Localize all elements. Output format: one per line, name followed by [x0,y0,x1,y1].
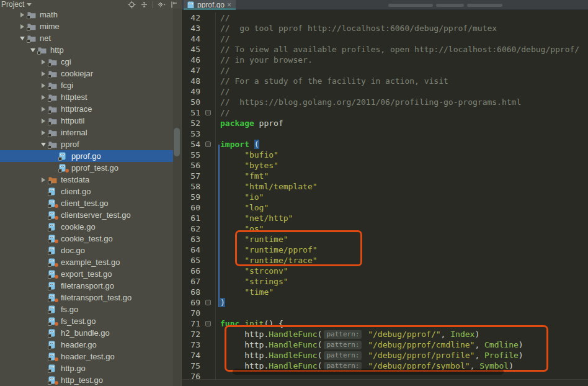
tree-item-testdata[interactable]: testdata [0,174,182,186]
tree-item-cookie-test-go[interactable]: cookie_test.go [0,233,182,245]
tree-item-header-go[interactable]: header.go [0,339,182,351]
code-line-45[interactable]: 45// To view all available profiles, ope… [182,44,588,55]
chevron-collapsed-icon[interactable] [42,119,45,123]
code-line-55[interactable]: 55 "bufio" [182,150,588,160]
code-line-52[interactable]: 52package pprof [182,118,588,128]
code-line-46[interactable]: 46// in your browser. [182,55,588,65]
code-line-63[interactable]: 63 "runtime" [182,234,588,245]
code-line-68[interactable]: 68 "time" [182,287,588,297]
tree-item-http[interactable]: http [0,44,182,56]
code-line-67[interactable]: 67 "strings" [182,276,588,287]
folder-icon [48,138,59,150]
code-line-47[interactable]: 47// [182,65,588,76]
tree-item-cookiejar[interactable]: cookiejar [0,68,182,79]
tree-item-cgi[interactable]: cgi [0,56,182,68]
code-line-48[interactable]: 48// For a study of the facility in acti… [182,76,588,86]
code-line-51[interactable]: 51// [182,107,588,118]
settings-icon[interactable] [158,1,166,9]
tree-item-filetransport-go[interactable]: filetransport.go [0,280,182,292]
line-text: // To view all available profiles, open … [216,44,579,55]
code-line-59[interactable]: 59 "io" [182,192,588,202]
line-number: 57 [190,171,200,181]
chevron-collapsed-icon[interactable] [42,177,45,182]
fold-marker-icon[interactable] [205,300,211,305]
fold-marker-icon[interactable] [205,321,211,326]
code-line-49[interactable]: 49// [182,86,588,97]
code-line-53[interactable]: 53 [182,128,588,139]
tree-item-fs-test-go[interactable]: fs_test.go [0,315,182,327]
code-line-57[interactable]: 57 "fmt" [182,171,588,181]
chevron-collapsed-icon[interactable] [20,24,24,29]
tree-item-httptest[interactable]: httptest [0,91,182,103]
code-editor[interactable]: 42//43// go tool pprof http://localhost:… [182,10,588,382]
code-line-64[interactable]: 64 "runtime/pprof" [182,245,588,255]
tree-item-mime[interactable]: mime [0,20,182,32]
code-line-71[interactable]: 71func init() { [182,318,588,329]
chevron-collapsed-icon[interactable] [42,95,45,100]
code-line-70[interactable]: 70 [182,308,588,318]
code-line-65[interactable]: 65 "runtime/trace" [182,255,588,266]
test-file-badge [55,381,58,385]
tree-item-cookie-go[interactable]: cookie.go [0,221,182,233]
tree-item-fs-go[interactable]: fs.go [0,303,182,315]
tree-item-h2-bundle-go[interactable]: h2_bundle.go [0,327,182,339]
code-line-66[interactable]: 66 "strconv" [182,266,588,276]
tree-item-client-go[interactable]: client.go [0,186,182,197]
tree-item-pprof[interactable]: pprof [0,138,182,150]
chevron-collapsed-icon[interactable] [42,71,45,76]
go-file-icon [48,303,59,315]
code-line-60[interactable]: 60 "log" [182,202,588,213]
chevron-expanded-icon[interactable] [20,37,25,40]
code-line-50[interactable]: 50// https://blog.golang.org/2011/06/pro… [182,97,588,107]
tree-item-httptrace[interactable]: httptrace [0,103,182,115]
code-line-69[interactable]: 69) [182,297,588,308]
project-view-selector[interactable]: Project [1,0,32,9]
tree-item-fcgi[interactable]: fcgi [0,79,182,91]
code-line-72[interactable]: 72 http.HandleFunc(pattern: "/debug/ppro… [182,329,588,339]
tree-scrollbar-thumb[interactable] [174,128,180,156]
hide-panel-icon[interactable] [170,1,178,9]
code-line-44[interactable]: 44// [182,34,588,44]
code-line-58[interactable]: 58 "html/template" [182,181,588,192]
tree-item-filetransport-test-go[interactable]: filetransport_test.go [0,292,182,303]
tab-close-icon[interactable]: × [227,2,231,8]
tree-item-client-test-go[interactable]: client_test.go [0,197,182,209]
tree-item-clientserver-test-go[interactable]: clientserver_test.go [0,209,182,221]
code-line-62[interactable]: 62 "os" [182,223,588,234]
line-text [216,128,220,139]
code-line-42[interactable]: 42// [182,12,588,23]
tree-item-httputil[interactable]: httputil [0,115,182,127]
locate-icon[interactable] [128,1,136,9]
tree-item-header-test-go[interactable]: header_test.go [0,351,182,362]
chevron-collapsed-icon[interactable] [42,60,45,65]
chevron-expanded-icon[interactable] [41,143,46,146]
code-line-56[interactable]: 56 "bytes" [182,160,588,171]
code-line-43[interactable]: 43// go tool pprof http://localhost:6060… [182,23,588,34]
chevron-collapsed-icon[interactable] [42,130,45,135]
tree-item-net[interactable]: net [0,32,182,44]
fold-marker-icon[interactable] [205,141,211,147]
readonly-lock-badge [48,287,51,290]
editor-horizontal-scrollbar[interactable] [233,369,504,375]
tree-item-pprof-test-go[interactable]: pprof_test.go [0,162,182,174]
tree-item-http-go[interactable]: http.go [0,362,182,374]
tree-item-http-test-go[interactable]: http_test.go [0,374,182,386]
tree-scrollbar-track[interactable] [173,9,181,386]
code-line-73[interactable]: 73 http.HandleFunc(pattern: "/debug/ppro… [182,339,588,350]
chevron-collapsed-icon[interactable] [20,12,24,17]
tree-item-doc-go[interactable]: doc.go [0,245,182,256]
fold-marker-icon[interactable] [205,110,211,115]
tree-item-pprof-go[interactable]: pprof.go [0,150,173,162]
code-line-61[interactable]: 61 "net/http" [182,213,588,223]
code-line-74[interactable]: 74 http.HandleFunc(pattern: "/debug/ppro… [182,350,588,361]
collapse-all-icon[interactable] [140,1,148,9]
tree-item-math[interactable]: math [0,9,182,20]
chevron-expanded-icon[interactable] [30,48,35,52]
tree-item-internal[interactable]: internal [0,127,182,138]
code-line-54[interactable]: 54import ( [182,139,588,150]
chevron-collapsed-icon[interactable] [42,83,45,88]
tree-item-example-test-go[interactable]: example_test.go [0,256,182,268]
tree-item-export-test-go[interactable]: export_test.go [0,268,182,280]
chevron-collapsed-icon[interactable] [42,107,45,112]
tab-pprof-go[interactable]: pprof.go × [184,0,236,10]
